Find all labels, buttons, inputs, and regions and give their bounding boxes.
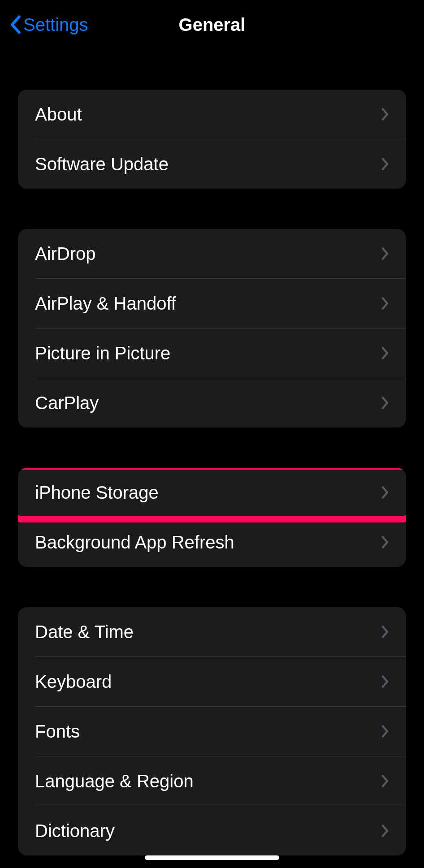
row-label: AirDrop — [35, 244, 96, 264]
chevron-right-icon — [381, 535, 389, 549]
row-label: Picture in Picture — [35, 343, 170, 363]
row-about[interactable]: About — [18, 90, 406, 139]
row-label: iPhone Storage — [35, 483, 159, 503]
chevron-right-icon — [381, 486, 389, 499]
row-airdrop[interactable]: AirDrop — [18, 229, 406, 278]
page-title: General — [179, 15, 246, 35]
row-label: Dictionary — [35, 821, 115, 841]
row-label: Language & Region — [35, 771, 194, 791]
chevron-right-icon — [381, 824, 389, 838]
section-connectivity: AirDrop AirPlay & Handoff Picture in Pic… — [18, 229, 406, 428]
chevron-left-icon — [9, 15, 22, 34]
row-label: About — [35, 104, 82, 125]
section-about: About Software Update — [18, 90, 406, 189]
back-label: Settings — [23, 15, 88, 35]
row-airplay-handoff[interactable]: AirPlay & Handoff — [18, 279, 406, 328]
chevron-right-icon — [381, 346, 389, 360]
back-button[interactable]: Settings — [9, 15, 88, 35]
row-label: Fonts — [35, 721, 80, 742]
row-software-update[interactable]: Software Update — [18, 139, 406, 189]
chevron-right-icon — [381, 108, 389, 121]
chevron-right-icon — [381, 675, 389, 688]
section-storage: iPhone Storage Background App Refresh — [18, 468, 406, 567]
chevron-right-icon — [381, 297, 389, 310]
row-language-region[interactable]: Language & Region — [18, 756, 406, 806]
home-indicator[interactable] — [145, 855, 279, 860]
chevron-right-icon — [381, 725, 389, 738]
row-keyboard[interactable]: Keyboard — [18, 657, 406, 706]
chevron-right-icon — [381, 247, 389, 260]
row-label: Background App Refresh — [35, 532, 234, 553]
row-date-time[interactable]: Date & Time — [18, 607, 406, 656]
row-background-app-refresh[interactable]: Background App Refresh — [18, 518, 406, 567]
chevron-right-icon — [381, 774, 389, 788]
row-picture-in-picture[interactable]: Picture in Picture — [18, 328, 406, 378]
section-system: Date & Time Keyboard Fonts Language & Re… — [18, 607, 406, 855]
navigation-bar: Settings General — [0, 0, 424, 49]
row-label: Software Update — [35, 154, 169, 174]
row-carplay[interactable]: CarPlay — [18, 378, 406, 428]
chevron-right-icon — [381, 625, 389, 639]
content-area: About Software Update AirDrop AirPlay & … — [0, 90, 424, 855]
row-dictionary[interactable]: Dictionary — [18, 806, 406, 855]
row-label: Date & Time — [35, 622, 134, 642]
row-label: Keyboard — [35, 672, 112, 692]
row-label: CarPlay — [35, 393, 99, 413]
row-label: AirPlay & Handoff — [35, 294, 176, 314]
row-iphone-storage[interactable]: iPhone Storage — [18, 468, 406, 517]
chevron-right-icon — [381, 157, 389, 171]
chevron-right-icon — [381, 396, 389, 410]
row-fonts[interactable]: Fonts — [18, 707, 406, 756]
